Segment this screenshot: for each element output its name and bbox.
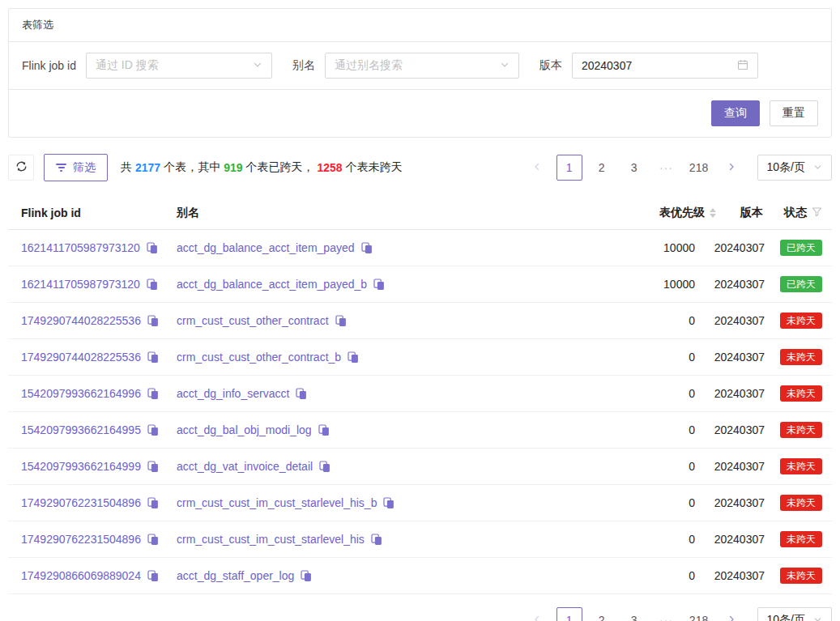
filter-button[interactable]: 筛选 <box>44 154 108 181</box>
copy-icon[interactable] <box>296 388 307 399</box>
page-button-3[interactable]: 3 <box>621 607 647 621</box>
page-size-select[interactable]: 10条/页 <box>757 155 832 181</box>
copy-icon[interactable] <box>147 351 159 363</box>
prev-page-button[interactable] <box>524 155 550 181</box>
flink-job-id-placeholder: 通过 ID 搜索 <box>96 58 253 73</box>
copy-icon[interactable] <box>147 570 159 581</box>
alias-cell: acct_dg_vat_invoice_detail <box>167 460 583 473</box>
table-row: 1621411705987973120 acct_dg_balance_acct… <box>8 266 832 303</box>
copy-icon[interactable] <box>147 497 159 508</box>
status-cell: 未跨天 <box>768 531 832 547</box>
page-size-select[interactable]: 10条/页 <box>757 607 832 621</box>
status-cell: 未跨天 <box>768 349 832 365</box>
table-row: 1542097993662164995 acct_dg_bal_obj_modi… <box>8 412 832 449</box>
row-alias-link[interactable]: acct_dg_staff_oper_log <box>177 569 294 582</box>
id-cell: 1749290744028225536 <box>8 351 167 364</box>
row-alias-link[interactable]: acct_dg_vat_invoice_detail <box>177 460 313 473</box>
reset-button[interactable]: 重置 <box>770 100 818 126</box>
row-alias-link[interactable]: acct_dg_info_servacct <box>177 387 289 400</box>
page-button-3[interactable]: 3 <box>621 155 647 181</box>
status-badge: 已跨天 <box>780 276 822 292</box>
status-badge: 已跨天 <box>780 240 822 256</box>
row-id-link[interactable]: 1621411705987973120 <box>21 241 140 254</box>
row-id-link[interactable]: 1621411705987973120 <box>21 278 140 291</box>
row-id-link[interactable]: 1542097993662164999 <box>21 460 141 473</box>
row-alias-link[interactable]: acct_dg_balance_acct_item_payed <box>177 241 355 254</box>
copy-icon[interactable] <box>371 534 382 545</box>
copy-icon[interactable] <box>147 534 159 545</box>
page-button-2[interactable]: 2 <box>589 607 615 621</box>
priority-cell: 0 <box>583 496 716 509</box>
row-id-link[interactable]: 1749290744028225536 <box>21 314 141 327</box>
page-ellipsis[interactable]: ··· <box>654 155 680 181</box>
alias-placeholder: 通过别名搜索 <box>335 58 500 73</box>
copy-icon[interactable] <box>147 279 158 290</box>
table-row: 1749290866069889024 acct_dg_staff_oper_l… <box>8 558 832 594</box>
row-alias-link[interactable]: acct_dg_bal_obj_modi_log <box>177 423 312 436</box>
copy-icon[interactable] <box>147 461 159 472</box>
copy-icon[interactable] <box>361 242 373 253</box>
row-id-link[interactable]: 1749290762231504896 <box>21 496 141 509</box>
refresh-button[interactable] <box>8 155 34 181</box>
version-cell: 20240307 <box>716 314 768 327</box>
id-cell: 1749290762231504896 <box>8 533 167 546</box>
column-header-version: 版本 <box>716 206 768 220</box>
row-alias-link[interactable]: crm_cust_cust_other_contract <box>177 314 329 327</box>
row-id-link[interactable]: 1749290744028225536 <box>21 351 141 364</box>
search-button[interactable]: 查询 <box>711 100 760 126</box>
pagination-top: 1 2 3 ··· 218 10条/页 <box>524 155 832 181</box>
column-header-status[interactable]: 状态 <box>768 206 832 220</box>
summary-text: 共 <box>121 160 132 175</box>
row-id-link[interactable]: 1542097993662164996 <box>21 387 141 400</box>
priority-cell: 0 <box>583 460 716 473</box>
copy-icon[interactable] <box>147 242 158 253</box>
row-alias-link[interactable]: crm_cust_cust_im_cust_starlevel_his <box>177 533 365 546</box>
row-alias-link[interactable]: acct_dg_balance_acct_item_payed_b <box>177 278 367 291</box>
alias-cell: crm_cust_cust_im_cust_starlevel_his_b <box>167 496 583 509</box>
prev-page-button[interactable] <box>524 607 550 621</box>
priority-cell: 0 <box>583 533 716 546</box>
copy-icon[interactable] <box>147 424 159 436</box>
row-id-link[interactable]: 1749290762231504896 <box>21 533 141 546</box>
status-badge: 未跨天 <box>780 531 822 547</box>
copy-icon[interactable] <box>383 497 394 508</box>
id-cell: 1749290762231504896 <box>8 496 167 509</box>
status-cell: 未跨天 <box>768 313 832 329</box>
row-alias-link[interactable]: crm_cust_cust_other_contract_b <box>177 351 341 364</box>
alias-select[interactable]: 通过别名搜索 <box>325 53 519 79</box>
column-header-priority-label: 表优先级 <box>659 206 705 220</box>
filter-card-footer: 查询 重置 <box>9 89 831 137</box>
page-button-1[interactable]: 1 <box>556 155 582 181</box>
copy-icon[interactable] <box>301 570 312 581</box>
page-button-1[interactable]: 1 <box>556 607 582 621</box>
row-alias-link[interactable]: crm_cust_cust_im_cust_starlevel_his_b <box>177 496 377 509</box>
page-button-218[interactable]: 218 <box>686 155 712 181</box>
page-ellipsis[interactable]: ··· <box>654 607 680 621</box>
next-page-button[interactable] <box>718 155 744 181</box>
row-id-link[interactable]: 1542097993662164995 <box>21 423 141 436</box>
version-date-input[interactable]: 20240307 <box>572 53 758 79</box>
alias-cell: acct_dg_info_servacct <box>167 387 583 400</box>
column-header-priority[interactable]: 表优先级 <box>583 206 716 220</box>
copy-icon[interactable] <box>348 351 359 363</box>
priority-cell: 0 <box>583 351 716 364</box>
copy-icon[interactable] <box>335 315 347 326</box>
priority-cell: 0 <box>583 423 716 436</box>
copy-icon[interactable] <box>373 279 385 290</box>
alias-label: 别名 <box>292 58 315 73</box>
filter-card: 表筛选 Flink job id 通过 ID 搜索 别名 通过别名搜索 <box>8 8 832 138</box>
copy-icon[interactable] <box>318 424 330 436</box>
id-cell: 1749290744028225536 <box>8 314 167 327</box>
copy-icon[interactable] <box>147 388 159 399</box>
copy-icon[interactable] <box>147 315 159 326</box>
page-button-2[interactable]: 2 <box>589 155 615 181</box>
page-button-218[interactable]: 218 <box>686 607 712 621</box>
filter-funnel-icon[interactable] <box>812 206 822 219</box>
next-page-button[interactable] <box>718 607 744 621</box>
priority-cell: 0 <box>583 314 716 327</box>
row-id-link[interactable]: 1749290866069889024 <box>21 569 141 582</box>
table-body: 1621411705987973120 acct_dg_balance_acct… <box>8 230 832 594</box>
flink-job-id-select[interactable]: 通过 ID 搜索 <box>86 53 272 79</box>
copy-icon[interactable] <box>319 461 330 472</box>
sort-icon[interactable] <box>710 208 716 218</box>
